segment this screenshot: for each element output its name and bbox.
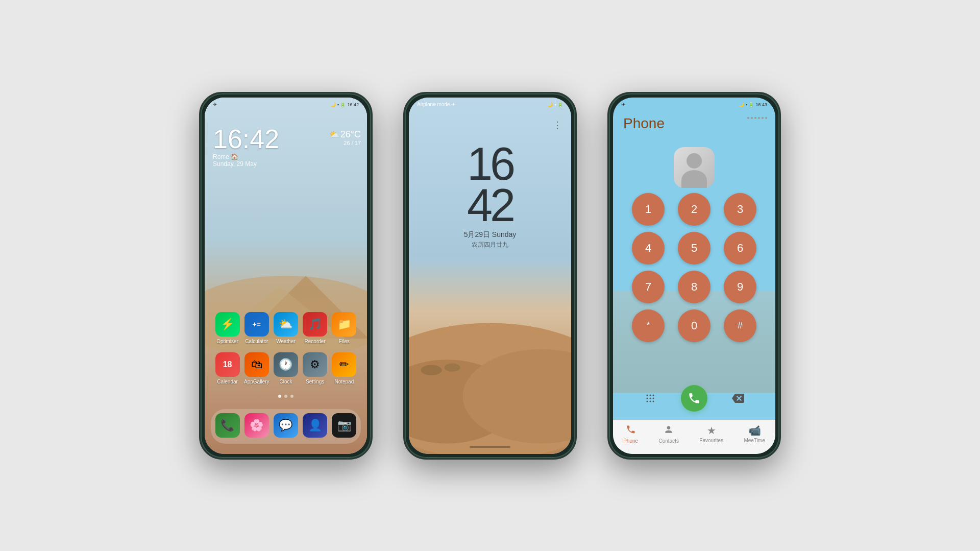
notepad-icon: ✏ <box>332 352 356 377</box>
caller-avatar <box>674 147 715 188</box>
dock-contacts[interactable]: 👤 <box>301 413 329 440</box>
app-calculator[interactable]: += Calculator <box>242 312 271 344</box>
notepad-label: Notepad <box>334 379 354 385</box>
dock-messages[interactable]: 💬 <box>272 413 300 440</box>
weather-label: Weather <box>276 339 296 344</box>
dot-c <box>754 117 756 119</box>
keypad-5[interactable]: 5 <box>678 232 710 265</box>
app-recorder[interactable]: 🎵 Recorder <box>301 312 329 344</box>
appgallery-label: AppGallery <box>244 379 269 385</box>
keypad-2[interactable]: 2 <box>678 193 710 226</box>
keypad-4[interactable]: 4 <box>632 232 665 265</box>
nav-favourites[interactable]: ★ Favourites <box>699 424 723 443</box>
status-left: ✈ <box>213 102 217 107</box>
nav-phone[interactable]: Phone <box>623 424 638 444</box>
keypad-0[interactable]: 0 <box>678 309 710 342</box>
phone-2-screen: Airplane mode ✈ 🌙 ▪ 🔋 ⋮ 16 42 5月29日 Sund… <box>409 98 571 454</box>
keypad-3[interactable]: 3 <box>724 193 756 226</box>
settings-label: Settings <box>306 379 324 385</box>
dot-2 <box>284 395 287 398</box>
dock-camera[interactable]: 📷 <box>330 413 358 440</box>
weather-temperature: 26°C <box>340 129 361 140</box>
lock-content: 16 42 5月29日 Sunday 农历四月廿九 <box>409 98 571 454</box>
nav-contacts-label: Contacts <box>659 438 679 444</box>
phone-app-menu[interactable] <box>747 117 767 119</box>
dock-camera-icon: 📷 <box>332 413 356 438</box>
nav-favourites-label: Favourites <box>699 438 723 443</box>
keypad-9[interactable]: 9 <box>724 271 756 303</box>
optimiser-icon: ⚡ <box>215 312 240 337</box>
phone-3-frame: ✈ 🌙 ▪ 🔋 16:43 Phone <box>607 92 781 460</box>
dock-phone[interactable]: 📞 <box>213 413 242 440</box>
app-row-2: 18 Calendar 🛍 AppGallery 🕐 Clock ⚙ Setti… <box>205 352 367 385</box>
app-optimiser[interactable]: ⚡ Optimiser <box>213 312 242 344</box>
lock-lunar: 农历四月廿九 <box>409 241 571 249</box>
keypad-7[interactable]: 7 <box>632 271 665 303</box>
svg-point-10 <box>647 394 648 396</box>
nav-meetime[interactable]: 📹 MeeTime <box>744 424 765 443</box>
airplane-mode-label: Airplane mode ✈ <box>417 102 455 107</box>
moon-icon: 🌙 <box>330 102 336 107</box>
battery-icon: ▪ 🔋 <box>337 102 346 107</box>
keypad-hash[interactable]: # <box>724 309 756 342</box>
svg-point-13 <box>647 397 648 399</box>
dock-messages-icon: 💬 <box>274 413 298 438</box>
svg-point-17 <box>650 400 651 402</box>
dot-3 <box>290 395 293 398</box>
weather-range: 26 / 17 <box>329 140 361 146</box>
dock-gallery[interactable]: 🌸 <box>242 413 271 440</box>
settings-icon: ⚙ <box>303 352 327 377</box>
time-display: 16:42 <box>347 102 359 107</box>
app-row-1: ⚡ Optimiser += Calculator ⛅ Weather 🎵 Re… <box>205 312 367 344</box>
phone-1-status-bar: ✈ 🌙 ▪ 🔋 16:42 <box>205 98 367 112</box>
nav-favourites-icon: ★ <box>707 424 716 437</box>
phone3-battery-icon: ▪ 🔋 <box>746 102 754 107</box>
phone-1-screen: ✈ 🌙 ▪ 🔋 16:42 16:42 Rome 🏠 Sunday, 29 Ma… <box>205 98 367 454</box>
files-label: Files <box>339 339 350 344</box>
nav-contacts[interactable]: Contacts <box>659 424 679 444</box>
app-clock[interactable]: 🕐 Clock <box>272 352 300 385</box>
app-settings[interactable]: ⚙ Settings <box>301 352 329 385</box>
home-clock-location: Rome 🏠 <box>213 153 279 160</box>
svg-point-12 <box>653 394 654 396</box>
phone-2-status-bar: Airplane mode ✈ 🌙 ▪ 🔋 <box>409 98 571 112</box>
keypad-1[interactable]: 1 <box>632 193 665 226</box>
phone-app-title: Phone <box>623 115 765 132</box>
recorder-icon: 🎵 <box>303 312 327 337</box>
clock-app-icon: 🕐 <box>274 352 298 377</box>
weather-icon: ⛅ <box>329 130 339 139</box>
keypad-grid: 1 2 3 4 5 6 7 8 9 * 0 # <box>623 193 765 342</box>
calendar-icon: 18 <box>215 352 240 377</box>
home-clock-date: Sunday, 29 May <box>213 160 279 167</box>
caller-area <box>613 137 775 193</box>
phone3-time: 16:43 <box>755 102 767 107</box>
dialpad-button[interactable] <box>637 385 664 412</box>
nav-meetime-icon: 📹 <box>748 424 761 437</box>
app-weather[interactable]: ⛅ Weather <box>272 312 300 344</box>
call-button[interactable] <box>681 385 707 412</box>
keypad-star[interactable]: * <box>632 309 665 342</box>
app-notepad[interactable]: ✏ Notepad <box>330 352 358 385</box>
delete-button[interactable] <box>725 385 751 412</box>
app-appgallery[interactable]: 🛍 AppGallery <box>242 352 271 385</box>
weather-app-icon: ⛅ <box>274 312 298 337</box>
lock-battery-icon: ▪ 🔋 <box>554 102 563 107</box>
phone3-status-left: ✈ <box>621 102 625 107</box>
keypad-8[interactable]: 8 <box>678 271 710 303</box>
app-calendar[interactable]: 18 Calendar <box>213 352 242 385</box>
keypad-6[interactable]: 6 <box>724 232 756 265</box>
keypad-actions <box>613 377 775 420</box>
dock-phone-icon: 📞 <box>215 413 240 438</box>
app-files[interactable]: 📁 Files <box>330 312 358 344</box>
status-icons: 🌙 ▪ 🔋 16:42 <box>330 102 359 107</box>
phone-app-content: Phone 1 2 3 4 <box>613 98 775 454</box>
nav-contacts-icon <box>664 424 674 437</box>
phone-3-screen: ✈ 🌙 ▪ 🔋 16:43 Phone <box>613 98 775 454</box>
clock-widget: 16:42 Rome 🏠 Sunday, 29 May <box>213 126 279 167</box>
phone-bottom-nav: Phone Contacts ★ Favourites 📹 Me <box>613 420 775 454</box>
lock-moon-icon: 🌙 <box>547 102 553 107</box>
nav-meetime-label: MeeTime <box>744 438 765 443</box>
dock-gallery-icon: 🌸 <box>244 413 269 438</box>
svg-point-18 <box>653 400 654 402</box>
dot-1 <box>278 395 281 398</box>
